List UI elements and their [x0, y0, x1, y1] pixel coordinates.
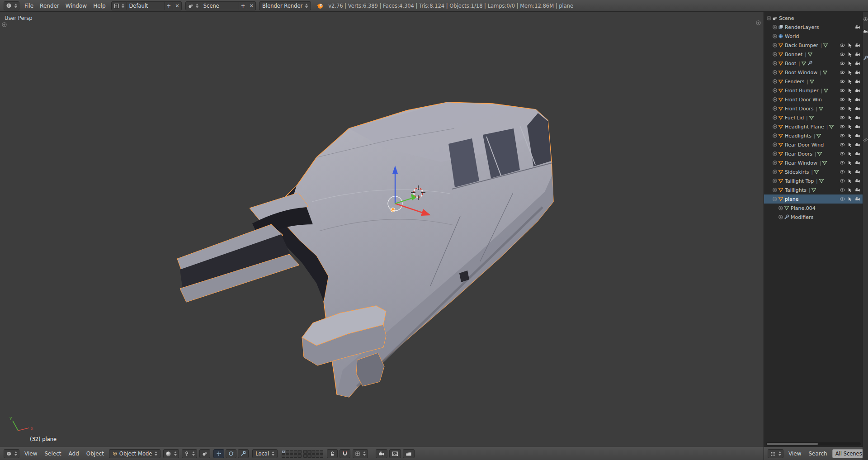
- snap-element-select[interactable]: [353, 449, 368, 458]
- editor-type-button[interactable]: [768, 449, 783, 458]
- expand-icon[interactable]: [772, 52, 778, 57]
- restrict-select-toggle[interactable]: [847, 133, 853, 138]
- restrict-eye-toggle[interactable]: [839, 196, 845, 202]
- expand-icon[interactable]: [772, 70, 778, 75]
- outliner-row-fuel-lid[interactable]: Fuel Lid|: [764, 113, 863, 122]
- outliner-row-scene[interactable]: Scene: [764, 14, 863, 23]
- menu-view[interactable]: View: [785, 451, 804, 457]
- expand-icon[interactable]: [772, 142, 778, 147]
- restrict-eye-toggle[interactable]: [839, 151, 845, 156]
- restrict-eye-toggle[interactable]: [839, 160, 845, 166]
- render-still-button[interactable]: [376, 449, 387, 458]
- outliner-row-modifiers[interactable]: Modifiers: [764, 213, 863, 222]
- expand-icon[interactable]: [863, 17, 868, 22]
- restrict-camera-toggle[interactable]: [854, 178, 861, 184]
- opengl-render-anim-button[interactable]: [403, 449, 415, 458]
- editor-type-button[interactable]: [4, 449, 19, 458]
- expand-icon[interactable]: [772, 61, 778, 66]
- outliner-row-back-bumper[interactable]: Back Bumper|: [764, 41, 863, 50]
- layer-3-button[interactable]: [290, 450, 293, 454]
- restrict-camera-toggle[interactable]: [854, 169, 861, 175]
- restrict-camera-toggle[interactable]: [854, 43, 861, 48]
- restrict-select-toggle[interactable]: [847, 70, 853, 75]
- mode-select[interactable]: Object Mode: [109, 449, 160, 458]
- snap-toggle-button[interactable]: [340, 449, 350, 458]
- translate-manipulator-button[interactable]: [213, 449, 224, 458]
- restrict-select-toggle[interactable]: [847, 196, 853, 202]
- restrict-select-toggle[interactable]: [847, 43, 853, 48]
- layer-11-button[interactable]: [303, 450, 307, 454]
- viewport-shading-select[interactable]: [163, 449, 179, 458]
- outliner-row-boot[interactable]: Boot|: [764, 59, 863, 68]
- transform-orientation-select[interactable]: Local: [252, 449, 278, 458]
- restrict-eye-toggle[interactable]: [839, 79, 845, 84]
- layer-9-button[interactable]: [294, 454, 297, 458]
- outliner-row-headlights[interactable]: Headlights|: [764, 131, 863, 140]
- restrict-camera-toggle[interactable]: [854, 142, 861, 147]
- outliner-row-plane[interactable]: plane: [764, 194, 863, 204]
- expand-icon[interactable]: [778, 214, 783, 220]
- screen-layout-name[interactable]: Default: [127, 1, 165, 10]
- restrict-camera-toggle[interactable]: [854, 151, 861, 156]
- restrict-eye-toggle[interactable]: [839, 88, 845, 93]
- screen-layout-icon[interactable]: [111, 1, 127, 10]
- restrict-eye-toggle[interactable]: [839, 124, 845, 129]
- restrict-camera-toggle[interactable]: [854, 196, 861, 202]
- opengl-render-button[interactable]: [389, 449, 401, 458]
- expand-icon[interactable]: [772, 88, 778, 93]
- expand-icon[interactable]: [772, 160, 778, 166]
- expand-icon[interactable]: [772, 97, 778, 102]
- restrict-select-toggle[interactable]: [847, 79, 853, 84]
- outliner-row-fenders[interactable]: Fenders|: [764, 77, 863, 86]
- menu-add[interactable]: Add: [66, 451, 82, 457]
- menu-window[interactable]: Window: [62, 3, 90, 9]
- layer-17-button[interactable]: [307, 454, 311, 458]
- restrict-camera-toggle[interactable]: [854, 115, 861, 120]
- outliner-hscrollbar[interactable]: [766, 442, 861, 446]
- layer-18-button[interactable]: [311, 454, 315, 458]
- 3d-viewport[interactable]: x y User Persp (32) plane: [0, 12, 764, 447]
- rotate-manipulator-button[interactable]: [226, 449, 236, 458]
- outliner-row-front-door-win[interactable]: Front Door Win: [764, 95, 863, 104]
- menu-view[interactable]: View: [21, 451, 40, 457]
- layer-1-button[interactable]: [282, 450, 285, 454]
- outliner-row-plane-004[interactable]: Plane.004: [764, 204, 863, 213]
- layer-13-button[interactable]: [311, 450, 315, 454]
- menu-help[interactable]: Help: [90, 3, 108, 9]
- modifiers-tab-icon[interactable]: [863, 56, 868, 61]
- expand-icon[interactable]: [772, 79, 778, 84]
- expand-icon[interactable]: [772, 106, 778, 111]
- outliner-row-sideskirts[interactable]: Sideskirts|: [764, 167, 863, 176]
- restrict-select-toggle[interactable]: [847, 97, 853, 102]
- restrict-select-toggle[interactable]: [847, 178, 853, 184]
- pivot-point-select[interactable]: [182, 449, 197, 458]
- restrict-eye-toggle[interactable]: [839, 61, 845, 66]
- layer-19-button[interactable]: [316, 454, 319, 458]
- expand-icon[interactable]: [772, 24, 778, 30]
- menu-object[interactable]: Object: [83, 451, 107, 457]
- restrict-camera-toggle[interactable]: [854, 97, 861, 102]
- outliner-row-world[interactable]: World: [764, 32, 863, 41]
- expand-icon[interactable]: [772, 187, 778, 193]
- outliner-row-rear-door-wind[interactable]: Rear Door Wind: [764, 140, 863, 149]
- layer-4-button[interactable]: [294, 450, 297, 454]
- outliner-row-rear-doors[interactable]: Rear Doors|: [764, 149, 863, 158]
- restrict-camera-toggle[interactable]: [854, 160, 861, 166]
- restrict-eye-toggle[interactable]: [839, 115, 845, 120]
- expand-properties-region-icon[interactable]: [755, 19, 761, 28]
- scene-icon[interactable]: [185, 1, 201, 10]
- restrict-camera-toggle[interactable]: [854, 61, 861, 66]
- close-scene-button[interactable]: ✕: [247, 1, 256, 10]
- add-layout-button[interactable]: +: [165, 1, 174, 10]
- restrict-select-toggle[interactable]: [847, 88, 853, 93]
- layer-14-button[interactable]: [316, 450, 319, 454]
- restrict-select-toggle[interactable]: [847, 151, 853, 156]
- layer-7-button[interactable]: [286, 454, 289, 458]
- car-model[interactable]: [177, 102, 553, 397]
- outliner-row-taillight-top[interactable]: Taillight Top|: [764, 176, 863, 185]
- add-scene-button[interactable]: +: [239, 1, 248, 10]
- scrollbar-thumb[interactable]: [767, 443, 818, 445]
- expand-icon[interactable]: [772, 124, 778, 129]
- layer-15-button[interactable]: [320, 450, 323, 454]
- scene-name[interactable]: Scene: [201, 1, 239, 10]
